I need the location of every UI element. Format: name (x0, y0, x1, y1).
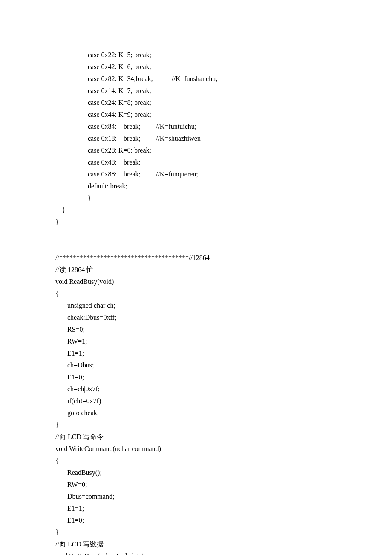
code-line: //向 LCD 写数据 (55, 538, 337, 550)
code-line: void WriteCommand(uchar command) (55, 443, 337, 455)
code-line: E1=1; (55, 503, 337, 515)
code-line: E1=0; (55, 371, 337, 383)
code-block: case 0x22: K=5; break; case 0x42: K=6; b… (55, 49, 337, 555)
code-line: RW=1; (55, 335, 337, 347)
code-line: RS=0; (55, 324, 337, 335)
code-line: ReadBusy(); (55, 467, 337, 479)
code-line: ch=ch|0x7f; (55, 383, 337, 395)
code-line: } (55, 216, 337, 228)
code-line: Dbus=command; (55, 491, 337, 503)
code-line: case 0x24: K=8; break; (55, 97, 337, 109)
code-line: case 0x42: K=6; break; (55, 61, 337, 73)
code-line: case 0x14: K=7; break; (55, 85, 337, 97)
code-line (55, 240, 337, 252)
code-line: { (55, 288, 337, 300)
code-line: case 0x48: break; (55, 156, 337, 168)
code-line: case 0x88: break; //K=funqueren; (55, 168, 337, 180)
code-line: unsigned char ch; (55, 300, 337, 312)
code-line: goto cheak; (55, 407, 337, 419)
code-line: void ReadBusy(void) (55, 276, 337, 288)
code-line: //向 LCD 写命令 (55, 431, 337, 443)
code-line: if(ch!=0x7f) (55, 395, 337, 407)
code-line (55, 228, 337, 240)
code-line: default: break; (55, 180, 337, 192)
code-line: cheak:Dbus=0xff; (55, 312, 337, 324)
code-line: } (55, 419, 337, 431)
code-line: case 0x84: break; //K=funtuichu; (55, 121, 337, 133)
code-line: } (55, 192, 337, 204)
code-line: //读 12864 忙 (55, 264, 337, 276)
code-line: case 0x22: K=5; break; (55, 49, 337, 61)
code-line: case 0x82: K=34;break; //K=funshanchu; (55, 73, 337, 85)
code-line: { (55, 455, 337, 467)
code-line: RW=0; (55, 479, 337, 491)
code-line: E1=0; (55, 515, 337, 526)
code-line: E1=1; (55, 347, 337, 359)
code-line: } (55, 526, 337, 538)
code-line: void WriteData(uchar Lcd_data) (55, 550, 337, 555)
code-line: case 0x28: K=0; break; (55, 145, 337, 156)
code-line: case 0x44: K=9; break; (55, 109, 337, 121)
code-line: } (55, 204, 337, 216)
code-line: //**************************************… (55, 252, 337, 264)
code-line: ch=Dbus; (55, 359, 337, 371)
document-page: case 0x22: K=5; break; case 0x42: K=6; b… (0, 0, 392, 555)
code-line: case 0x18: break; //K=shuazhiwen (55, 133, 337, 145)
